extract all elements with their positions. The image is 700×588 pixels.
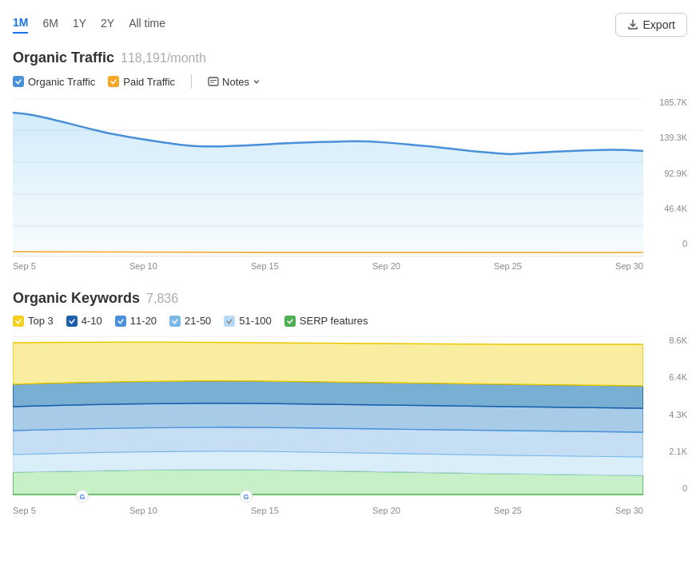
- chevron-down-icon: [253, 77, 261, 85]
- organic-traffic-xaxis: Sep 5 Sep 10 Sep 15 Sep 20 Sep 25 Sep 30: [13, 258, 643, 271]
- tab-alltime[interactable]: All time: [129, 17, 165, 33]
- legend-paid-traffic[interactable]: Paid Traffic: [108, 76, 175, 88]
- checkbox-serp[interactable]: [284, 316, 296, 327]
- page-header: 1M 6M 1Y 2Y All time Export: [13, 13, 687, 37]
- checkbox-51-100[interactable]: [224, 316, 235, 327]
- organic-keywords-xaxis: Sep 5 Sep 10 Sep 15 Sep 20 Sep 25 Sep 30: [13, 503, 643, 515]
- organic-keywords-title: Organic Keywords 7,836: [13, 290, 687, 307]
- checkbox-4-10[interactable]: [66, 316, 78, 327]
- checkbox-11-20[interactable]: [115, 316, 126, 327]
- legend-51-100[interactable]: 51-100: [224, 315, 271, 327]
- export-icon: [627, 19, 638, 30]
- organic-keywords-yaxis: 8.6K 6.4K 4.3K 2.1K 0: [643, 336, 687, 515]
- legend-divider: [191, 74, 192, 89]
- organic-keywords-svg-area: G G Sep 5 Sep 10 Sep 15 Sep 20: [13, 336, 643, 515]
- checkbox-paid[interactable]: [108, 76, 119, 87]
- organic-traffic-chart: Sep 5 Sep 10 Sep 15 Sep 20 Sep 25 Sep 30…: [13, 98, 687, 271]
- export-button[interactable]: Export: [615, 13, 687, 37]
- tab-2y[interactable]: 2Y: [101, 17, 114, 33]
- legend-top3[interactable]: Top 3: [13, 315, 54, 327]
- checkbox-top3[interactable]: [13, 316, 24, 327]
- legend-11-20[interactable]: 11-20: [115, 315, 157, 327]
- checkbox-organic[interactable]: [13, 76, 24, 87]
- organic-keywords-legend: Top 3 4-10 11-20 21-50 51-100: [13, 315, 687, 327]
- tab-1m[interactable]: 1M: [13, 16, 28, 34]
- legend-21-50[interactable]: 21-50: [169, 315, 211, 327]
- svg-rect-0: [209, 77, 218, 85]
- notes-icon: [208, 76, 219, 87]
- google-icon-1: G: [76, 490, 89, 506]
- organic-traffic-yaxis: 185.7K 139.3K 92.9K 46.4K 0: [643, 98, 687, 271]
- organic-keywords-section: Organic Keywords 7,836 Top 3 4-10 11-20: [13, 290, 687, 515]
- checkbox-21-50[interactable]: [169, 316, 181, 327]
- tab-6m[interactable]: 6M: [42, 17, 58, 33]
- legend-serp[interactable]: SERP features: [284, 315, 368, 327]
- svg-text:G: G: [243, 493, 249, 501]
- legend-4-10[interactable]: 4-10: [66, 315, 102, 327]
- organic-traffic-svg-area: Sep 5 Sep 10 Sep 15 Sep 20 Sep 25 Sep 30: [13, 98, 643, 271]
- legend-organic-traffic[interactable]: Organic Traffic: [13, 76, 95, 88]
- svg-text:G: G: [79, 493, 85, 501]
- tab-1y[interactable]: 1Y: [73, 17, 86, 33]
- organic-traffic-title: Organic Traffic 118,191/month: [13, 50, 687, 66]
- google-icon-2: G: [240, 490, 253, 506]
- time-tab-group: 1M 6M 1Y 2Y All time: [13, 16, 165, 34]
- organic-keywords-chart: G G Sep 5 Sep 10 Sep 15 Sep 20: [13, 336, 687, 515]
- notes-button[interactable]: Notes: [208, 76, 261, 88]
- organic-traffic-legend: Organic Traffic Paid Traffic Notes: [13, 74, 687, 89]
